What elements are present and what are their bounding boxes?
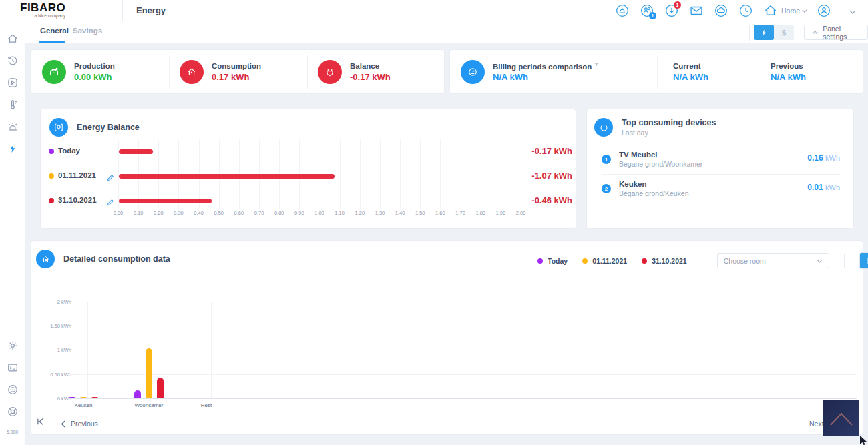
consumption-summary: Consumption 0.17 kWh [169, 50, 261, 93]
bar-value-label: -1.07 kWh [522, 171, 572, 181]
energy-balance-panel: Energy Balance 0.000.100.200.300.400.500… [40, 109, 576, 229]
x-axis-tick: 0.50 [209, 210, 229, 216]
chevron-down-icon[interactable] [849, 5, 856, 17]
balance-value: -0.17 kWh [350, 72, 391, 82]
currency-unit-toggle[interactable]: $ [774, 25, 794, 40]
x-axis-tick: 2.00 [511, 210, 531, 216]
series-dot [49, 173, 54, 179]
previous-label: Previous [771, 62, 806, 70]
gridline [501, 140, 501, 209]
download-icon[interactable]: 1 [664, 3, 680, 19]
home-icon [763, 3, 778, 18]
previous-summary: Previous N/A kWh [771, 50, 806, 93]
previous-value: N/A kWh [771, 72, 806, 82]
sidebar-item-history[interactable] [5, 53, 21, 69]
active-tab-underline [39, 41, 65, 43]
summary-card-energy: Production 0.00 kWh Consumption 0.17 kWh… [31, 49, 445, 94]
x-axis-tick: 1.80 [471, 210, 491, 216]
unit-toggle: $ [754, 25, 794, 40]
device-row[interactable]: 1 TV Meubel Begane grond/Woonkamer 0.16 … [602, 151, 840, 174]
y-axis-tick: 1 kWh [39, 347, 71, 353]
gridline [461, 140, 461, 209]
tab-savings[interactable]: Savings [73, 27, 102, 35]
x-axis-tick: 1.50 [410, 210, 430, 216]
gridline [380, 140, 381, 209]
edit-icon[interactable] [107, 197, 114, 209]
series-label: Today [58, 147, 80, 155]
gridline [67, 302, 857, 302]
rank-badge: 1 [602, 155, 611, 164]
home-selector[interactable]: Home [763, 3, 807, 18]
sidebar-item-settings[interactable] [5, 338, 21, 354]
previous-button[interactable]: Previous [61, 420, 98, 428]
bar-value-label: -0.46 kWh [522, 195, 572, 205]
users-icon[interactable]: 1 [639, 3, 655, 19]
billing-value: N/A kWh [493, 72, 598, 82]
series-label: 01.11.2021 [58, 171, 96, 179]
production-summary: Production 0.00 kWh [31, 50, 115, 93]
sidebar-item-home[interactable] [5, 31, 21, 47]
bar [119, 174, 335, 179]
bar [157, 378, 164, 398]
top-devices-title: Top consuming devices [622, 118, 716, 127]
top-devices-icon [594, 118, 613, 137]
production-icon [42, 60, 66, 84]
profile-icon[interactable] [816, 3, 832, 19]
bar [91, 397, 98, 398]
production-label: Production [74, 62, 115, 70]
device-row[interactable]: 2 Keuken Begane grond/Keuken 0.01 kWh [602, 180, 840, 203]
energy-unit-toggle[interactable] [754, 25, 774, 40]
x-axis-tick: 1.30 [370, 210, 390, 216]
alarm-icon[interactable] [614, 3, 630, 19]
x-axis-tick: 0.20 [148, 210, 168, 216]
x-axis-category: Woonkamer [122, 402, 176, 408]
main-content: Production 0.00 kWh Consumption 0.17 kWh… [25, 43, 868, 445]
billing-label: Billing periods comparison? [493, 61, 598, 71]
mail-icon[interactable] [688, 3, 704, 19]
gridline [67, 374, 857, 375]
bar [146, 348, 152, 398]
balance-icon [318, 60, 342, 84]
chevron-down-icon [802, 9, 807, 13]
x-axis-tick: 1.10 [330, 210, 350, 216]
detailed-consumption-panel: Detailed consumption data Today 01.11.20… [31, 240, 863, 435]
bar [119, 149, 153, 154]
tab-general[interactable]: General [40, 27, 69, 35]
next-button[interactable]: Next [809, 420, 824, 428]
gridline [481, 140, 481, 209]
gear-icon [811, 28, 819, 37]
gridline [360, 140, 361, 209]
edit-icon[interactable] [107, 172, 114, 184]
series-dot [49, 198, 54, 203]
gridline [521, 140, 521, 209]
tab-bar: General Savings $ Panel settings [25, 21, 868, 43]
sidebar-item-alarm[interactable] [5, 119, 21, 135]
sidebar-item-console[interactable] [5, 360, 21, 376]
sidebar-item-climate[interactable] [5, 97, 21, 113]
home-label: Home [781, 7, 800, 15]
sidebar-item-support[interactable] [5, 404, 21, 420]
series-dot [49, 149, 54, 154]
consumption-value: 0.17 kWh [212, 72, 261, 82]
corner-widget[interactable] [823, 400, 859, 436]
chevron-left-icon [61, 420, 66, 428]
sidebar-item-network[interactable] [5, 382, 21, 398]
balance-label: Balance [350, 62, 391, 70]
cloud-icon[interactable] [713, 3, 729, 19]
device-value: 0.01 kWh [807, 183, 840, 192]
x-axis-tick: 0.40 [189, 210, 209, 216]
skip-to-start-button[interactable] [35, 417, 45, 429]
gridline [87, 302, 88, 398]
topbar-icons: 1 1 Home [606, 0, 861, 21]
clock-icon[interactable] [738, 3, 754, 19]
sidebar-item-scenes[interactable] [5, 75, 21, 91]
help-icon[interactable]: ? [594, 61, 598, 67]
panel-settings-button[interactable]: Panel settings [804, 25, 868, 40]
sidebar-item-energy[interactable] [5, 141, 21, 157]
logo-subtext: a Nice company [20, 14, 65, 19]
x-axis-tick: 1.60 [430, 210, 450, 216]
x-axis-category: Keuken [57, 402, 110, 408]
x-axis-tick: 0.30 [168, 210, 188, 216]
gridline [400, 140, 401, 209]
logo-text: FIBARO [20, 1, 65, 14]
